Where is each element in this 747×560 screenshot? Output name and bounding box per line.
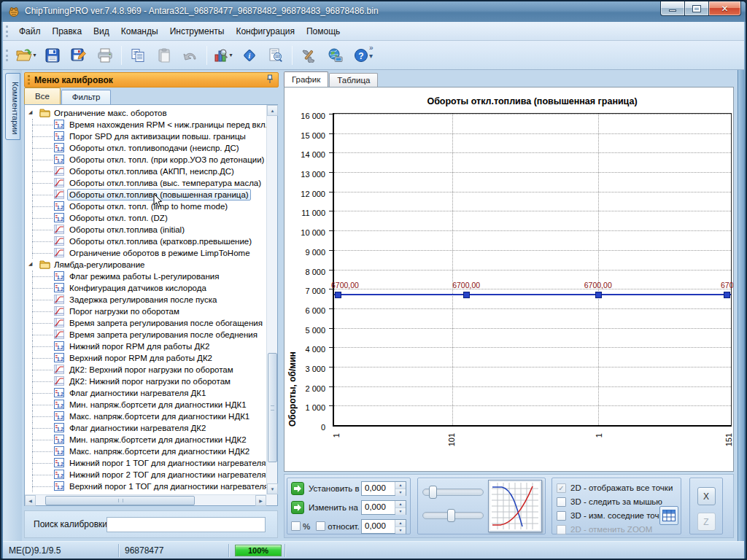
minimize-button[interactable] [660, 1, 685, 16]
view-option-checkbox[interactable] [557, 497, 566, 507]
expander-icon[interactable]: ◢ [28, 261, 32, 267]
tree-item[interactable]: 1.2Верхний порог RPM для работы ДК2 [25, 352, 266, 364]
curve-preview-button[interactable] [488, 480, 542, 532]
spinner-buttons[interactable]: ▲▼ [395, 501, 406, 514]
calibration-tab-1[interactable]: Фильтр [61, 90, 112, 104]
view-option-0[interactable]: ✓2D - отображать все точки [552, 481, 681, 494]
tree-item[interactable]: Порог нагрузки по оборотам [25, 306, 266, 317]
tree-item[interactable]: Ограничение оборотов в режиме LimpToHome [25, 247, 266, 259]
change-value-spinner[interactable]: 0,000 ▲▼ [361, 500, 406, 515]
slider-thumb[interactable] [447, 509, 455, 522]
tree-item[interactable]: 1.2Обороты откл. топливоподачи (неиспр. … [25, 142, 266, 154]
tree-view[interactable]: ◢Ограничение макс. оборотов1.2Время нахо… [25, 105, 266, 494]
tree-item[interactable]: 1.2Макс. напряж.бортсети для диагностики… [25, 411, 266, 422]
tree-item[interactable]: 1.2Мин. напряж.бортсети для диагностики … [25, 399, 266, 411]
tree-item[interactable]: 1.2Мин. напряж.бортсети для диагностики … [25, 434, 266, 446]
zoom-slider[interactable] [422, 489, 484, 496]
slider-thumb[interactable] [429, 486, 437, 499]
comments-tab[interactable]: Комментарии [5, 73, 20, 140]
scroll-down-icon[interactable]: ▼ [267, 483, 278, 494]
tree-item[interactable]: ДК2: Нижний порог нагрузки по оборотам [25, 376, 266, 387]
tree-item[interactable]: Задержка регулирования после пуска [25, 294, 266, 306]
tree-item[interactable]: Время запрета регулирования после обедне… [25, 329, 266, 341]
data-point-marker[interactable] [463, 292, 470, 298]
tree-item[interactable]: ◢Лямбда-регулирование [25, 259, 266, 271]
data-point-marker[interactable] [595, 292, 602, 298]
tree-item[interactable]: 1.2Флаг диагностики нагревателя ДК1 [25, 387, 266, 399]
maximize-button[interactable] [685, 1, 709, 16]
close-button[interactable]: ✕ [709, 1, 741, 16]
tree-item[interactable]: 1.2Флаг режима работы L-регулирования [25, 271, 266, 282]
paste-button[interactable] [152, 44, 177, 66]
tree-item[interactable]: Обороты откл.топлива (АКПП, неиспр.ДС) [25, 166, 266, 177]
toolbar-overflow-icon[interactable]: »▾ [369, 44, 374, 60]
view-option-2[interactable]: 3D - изм. соседние точки [552, 509, 681, 522]
tree-horizontal-scrollbar[interactable]: ◀ ▶ [25, 494, 266, 505]
panel-splitter[interactable] [738, 70, 744, 541]
tree-item[interactable]: 1.2Верхний порог 1 ТОГ для диагностики н… [25, 481, 266, 492]
pin-icon[interactable] [266, 74, 274, 87]
info-button[interactable]: i [237, 44, 262, 66]
tree-item[interactable]: 1.2Обороты откл. топл. (при корр.УОЗ по … [25, 154, 266, 166]
calibration-search-input[interactable] [107, 517, 266, 532]
tree-item[interactable]: Обороты откл.топлива (повышенная граница… [25, 189, 266, 201]
tree-item[interactable]: 1.2Нижний порог 1 ТОГ для диагностики на… [25, 457, 266, 469]
preview-zoom-button[interactable]: 110 [263, 44, 288, 66]
apply-change-button[interactable] [291, 501, 304, 514]
scroll-right-icon[interactable]: ▶ [255, 495, 266, 506]
scrollbar-thumb[interactable] [268, 353, 277, 462]
tree-item[interactable]: 1.2Обороты откл. топл. (DZ) [25, 212, 266, 224]
menu-item-0[interactable]: Файл [13, 23, 47, 39]
open-file-button[interactable]: ▾ [14, 44, 39, 66]
save-as-button[interactable] [66, 44, 91, 66]
spin-up-icon[interactable]: ▲ [395, 501, 406, 508]
spin-down-icon[interactable]: ▼ [395, 508, 406, 515]
tree-item[interactable]: Обороты откл.топлива (кратковр.превышени… [25, 236, 266, 247]
undo-button[interactable] [178, 44, 203, 66]
save-file-button[interactable] [40, 44, 65, 66]
print-button[interactable] [93, 44, 117, 66]
tree-vertical-scrollbar[interactable]: ▲ ▼ [266, 105, 277, 494]
scroll-left-icon[interactable]: ◀ [25, 495, 36, 506]
title-bar[interactable]: ChipTuningPRO ver.7.4.8.969 - Antara32L_… [1, 1, 746, 22]
spinner-buttons[interactable]: ▲▼ [395, 520, 406, 533]
data-point-marker[interactable] [335, 292, 341, 298]
tree-item[interactable]: 1.2Порог SPD для активизации повыш. гран… [25, 131, 266, 142]
expander-icon[interactable]: ◢ [28, 109, 32, 115]
menu-item-5[interactable]: Конфигурация [230, 23, 301, 39]
chart-plot-area[interactable]: 6700,006700,006700,006700,00 [333, 113, 732, 427]
spin-down-icon[interactable]: ▼ [395, 489, 406, 496]
zoom-slider[interactable] [422, 512, 484, 519]
tree-item[interactable]: ◢Ограничение макс. оборотов [25, 107, 266, 119]
spin-up-icon[interactable]: ▲ [395, 482, 406, 489]
menu-item-3[interactable]: Команды [115, 23, 164, 39]
menu-item-1[interactable]: Правка [47, 23, 88, 39]
tree-item[interactable]: 1.2Обороты откл. топл. (limp to home mod… [25, 201, 266, 212]
tree-item[interactable]: 1.2Макс. напряж.бортсети для диагностики… [25, 446, 266, 457]
menu-item-2[interactable]: Вид [88, 23, 115, 39]
spin-up-icon[interactable]: ▲ [395, 520, 406, 527]
tree-item[interactable]: 1.2Нижний порог RPM для работы ДК2 [25, 341, 266, 352]
tree-item[interactable]: 1.2Флаг диагностики нагревателя ДК2 [25, 422, 266, 434]
menu-item-6[interactable]: Помощь [301, 23, 346, 39]
x-axis-button[interactable]: X [697, 487, 716, 505]
view-option-3[interactable]: 2D - отменить ZOOM [552, 523, 681, 536]
percent-checkbox[interactable] [291, 521, 301, 531]
menu-item-4[interactable]: Инструменты [164, 23, 231, 39]
scroll-up-icon[interactable]: ▲ [267, 105, 278, 116]
tree-item[interactable]: ДК2: Верхний порог нагрузки по оборотам [25, 364, 266, 376]
online-button[interactable] [322, 44, 347, 66]
graph-tab-0[interactable]: График [284, 71, 328, 87]
change-value-input[interactable]: 0,000 [362, 501, 395, 514]
view-option-checkbox[interactable] [557, 511, 566, 521]
scrollbar-thumb[interactable] [45, 496, 195, 505]
data-point-marker[interactable] [724, 292, 730, 298]
tree-item[interactable]: 1.2Конфигурация датчиков кислорода [25, 282, 266, 294]
set-value-input[interactable]: 0,000 [362, 482, 395, 495]
copy-button[interactable] [125, 44, 150, 66]
spinner-buttons[interactable]: ▲▼ [395, 482, 406, 495]
tree-item[interactable]: 1.2Нижний порог 2 ТОГ для диагностики на… [25, 469, 266, 481]
set-value-spinner[interactable]: 0,000 ▲▼ [361, 481, 406, 496]
options-value-input[interactable]: 0,000 [362, 520, 395, 533]
options-value-spinner[interactable]: 0,000 ▲▼ [361, 519, 406, 534]
